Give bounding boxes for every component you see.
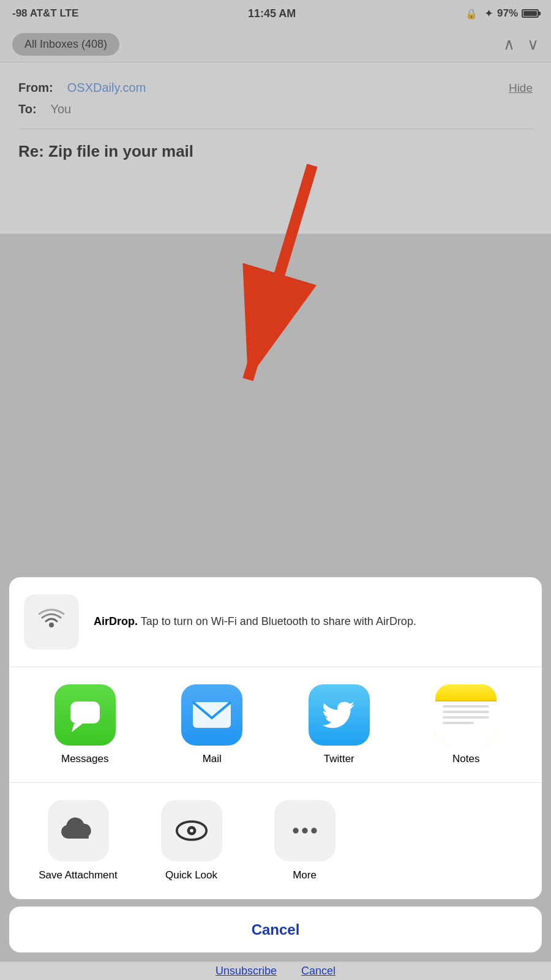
action-more[interactable]: More [248, 800, 361, 882]
unsubscribe-link[interactable]: Unsubscribe [216, 965, 277, 978]
mail-icon [181, 684, 242, 746]
cloud-icon [61, 814, 96, 848]
app-icon-mail[interactable]: Mail [169, 684, 255, 765]
share-panel: AirDrop. Tap to turn on Wi-Fi and Blueto… [9, 577, 542, 899]
svg-marker-4 [72, 724, 83, 732]
app-icon-messages[interactable]: Messages [42, 684, 128, 765]
messages-icon [54, 684, 116, 746]
eye-icon [174, 814, 209, 848]
airdrop-title: AirDrop. [94, 615, 138, 627]
svg-point-10 [302, 828, 307, 833]
bottom-cancel-link[interactable]: Cancel [301, 965, 335, 978]
quick-look-icon [161, 800, 222, 861]
more-icon [274, 800, 335, 861]
airdrop-section[interactable]: AirDrop. Tap to turn on Wi-Fi and Blueto… [9, 577, 542, 667]
save-attachment-label: Save Attachment [39, 869, 118, 882]
airdrop-description: Tap to turn on Wi-Fi and Bluetooth to sh… [138, 615, 416, 627]
airdrop-icon-wrap [24, 594, 79, 649]
messages-icon-svg [67, 697, 103, 733]
twitter-bird-icon [321, 697, 358, 733]
svg-point-9 [293, 828, 298, 833]
quick-look-label: Quick Look [165, 869, 217, 882]
mail-icon-svg [190, 700, 233, 730]
svg-point-8 [190, 829, 193, 832]
action-save-attachment[interactable]: Save Attachment [21, 800, 135, 882]
twitter-icon [309, 684, 370, 746]
svg-rect-3 [70, 701, 100, 724]
bottom-peek: Unsubscribe Cancel [0, 962, 551, 980]
app-icon-twitter[interactable]: Twitter [296, 684, 382, 765]
app-icon-notes[interactable]: Notes [423, 684, 509, 765]
twitter-label: Twitter [324, 753, 354, 765]
share-sheet-overlay: AirDrop. Tap to turn on Wi-Fi and Blueto… [0, 0, 551, 980]
messages-label: Messages [61, 753, 108, 765]
share-sheet: AirDrop. Tap to turn on Wi-Fi and Blueto… [0, 577, 551, 962]
svg-point-2 [49, 623, 54, 627]
cancel-button[interactable]: Cancel [9, 907, 542, 952]
save-attachment-icon [48, 800, 109, 861]
app-icons-section: Messages Mail [9, 667, 542, 783]
more-label: More [293, 869, 317, 882]
airdrop-icon [35, 605, 68, 638]
cancel-label: Cancel [252, 921, 300, 938]
notes-label: Notes [452, 753, 479, 765]
actions-section: Save Attachment Quick Look [9, 783, 542, 899]
notes-icon [435, 684, 497, 746]
mail-label: Mail [203, 753, 222, 765]
action-quick-look[interactable]: Quick Look [135, 800, 248, 882]
airdrop-text: AirDrop. Tap to turn on Wi-Fi and Blueto… [94, 613, 416, 630]
svg-point-11 [311, 828, 317, 833]
ellipsis-icon [288, 814, 322, 848]
